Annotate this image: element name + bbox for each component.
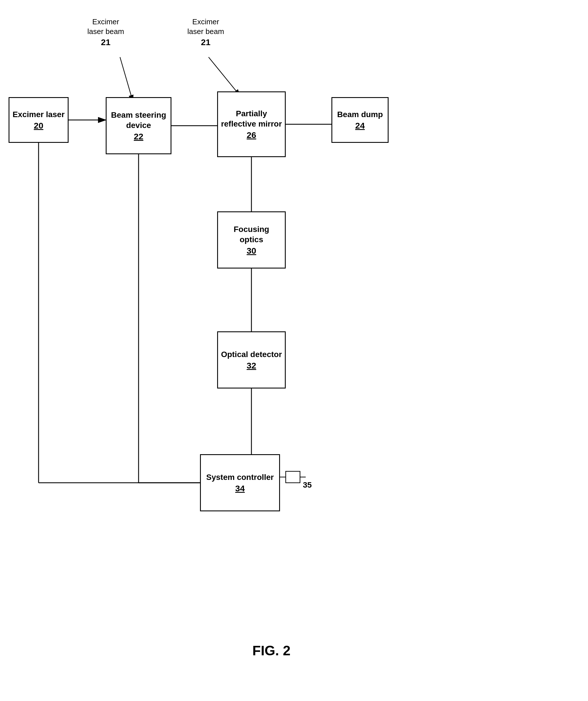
focusing-optics-label: Focusing optics — [221, 224, 282, 245]
excimer-laser-box: Excimer laser 20 — [9, 97, 68, 143]
excimer-beam-right-label: Excimerlaser beam 21 — [177, 17, 234, 48]
svg-line-12 — [120, 57, 133, 101]
diagram-container: Excimer laser 20 Beam steering device 22… — [0, 0, 588, 701]
optical-detector-label: Optical detector — [221, 349, 282, 360]
beam-steering-box: Beam steering device 22 — [106, 97, 171, 154]
system-controller-number: 34 — [235, 484, 244, 493]
partially-reflective-number: 26 — [246, 130, 256, 140]
focusing-optics-box: Focusing optics 30 — [217, 211, 286, 268]
beam-dump-label: Beam dump — [337, 109, 383, 120]
component-35-label: 35 — [303, 480, 312, 490]
beam-dump-number: 24 — [355, 121, 365, 131]
excimer-beam-left-text: Excimerlaser beam — [77, 17, 134, 37]
svg-line-13 — [209, 57, 240, 96]
excimer-beam-right-number: 21 — [177, 37, 234, 48]
excimer-laser-number: 20 — [34, 121, 43, 131]
component-35-number: 35 — [303, 480, 312, 489]
optical-detector-box: Optical detector 32 — [217, 331, 286, 389]
partially-reflective-label: Partially reflective mirror — [221, 108, 282, 130]
figure-caption: FIG. 2 — [229, 643, 314, 658]
excimer-beam-right-text: Excimerlaser beam — [177, 17, 234, 37]
excimer-beam-left-number: 21 — [77, 37, 134, 48]
beam-dump-box: Beam dump 24 — [332, 97, 389, 143]
connections-svg — [0, 0, 588, 701]
excimer-laser-label: Excimer laser — [13, 109, 64, 120]
excimer-beam-left-label: Excimerlaser beam 21 — [77, 17, 134, 48]
beam-steering-number: 22 — [134, 132, 143, 142]
optical-detector-number: 32 — [246, 361, 256, 371]
beam-steering-label: Beam steering device — [110, 110, 168, 131]
partially-reflective-box: Partially reflective mirror 26 — [217, 91, 286, 157]
svg-rect-14 — [286, 471, 300, 483]
system-controller-box: System controller 34 — [200, 454, 280, 511]
focusing-optics-number: 30 — [246, 246, 256, 256]
system-controller-label: System controller — [206, 472, 274, 482]
